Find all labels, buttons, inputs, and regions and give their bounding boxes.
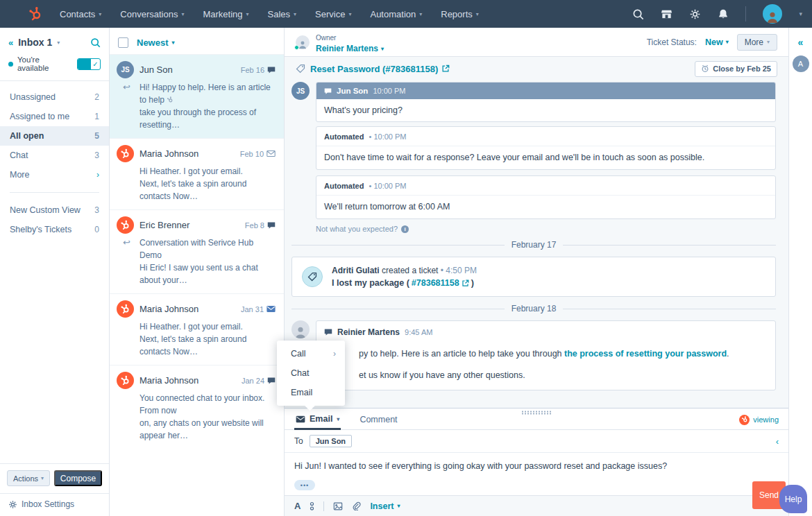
sidebar-item-more[interactable]: More› (0, 165, 109, 184)
chevron-down-icon[interactable]: ▾ (799, 10, 802, 17)
feedback-prompt[interactable]: Not what you expected? i (316, 225, 776, 233)
message-text: et us know if you have any other questio… (359, 370, 525, 380)
tab-email-label: Email (310, 414, 332, 424)
ticket-icon (302, 266, 323, 287)
compose-button[interactable]: Compose (54, 470, 102, 486)
info-icon[interactable]: i (401, 225, 409, 233)
menu-item-chat[interactable]: Chat (277, 363, 345, 383)
chevron-down-icon: ▾ (419, 11, 422, 17)
email-body-input[interactable]: Hi Jun! I wanted to see if everything is… (285, 453, 788, 471)
actions-button[interactable]: Actions▾ (7, 470, 50, 486)
sidebar-item-unassigned[interactable]: Unassigned2 (0, 87, 109, 107)
sidebar-item-new-custom-view[interactable]: New Custom View3 (0, 200, 109, 220)
nav-service-label: Service (315, 9, 345, 19)
hubspot-avatar (117, 300, 134, 318)
message-visitor: JS Jun Son 10:00 PM What's your pricing? (291, 82, 776, 122)
availability-toggle[interactable]: ✓ (77, 58, 101, 70)
chat-bubble-icon (267, 377, 276, 385)
resize-handle[interactable] (521, 411, 552, 415)
event-action: created a ticket (382, 266, 438, 275)
message-time: • 10:00 PM (369, 182, 407, 190)
select-all-checkbox[interactable] (118, 37, 128, 48)
date-divider-label: February 18 (511, 304, 557, 313)
user-avatar[interactable] (763, 4, 782, 24)
conversation-item-eric-brenner[interactable]: Eric Brenner Feb 8 ↩ Conversation with S… (110, 209, 284, 293)
ticket-status-dropdown[interactable]: New▾ (705, 37, 729, 47)
inbox-title[interactable]: Inbox 1 (18, 37, 52, 48)
contact-name: Maria Johnson (139, 148, 198, 159)
menu-item-email[interactable]: Email (277, 383, 345, 402)
message-body: We'll return tomorrow at 6:00 AM (316, 196, 775, 218)
conversation-item-jun-son[interactable]: JS Jun Son Feb 16 ↩ Hi! Happy to help. H… (110, 54, 284, 138)
article-link[interactable]: the process of resetting your password (564, 349, 727, 359)
sidebar-item-shelbys-tickets[interactable]: Shelby's Tickets0 (0, 220, 109, 239)
divider (10, 192, 99, 193)
settings-icon[interactable] (689, 8, 701, 20)
thread-header: Owner Reinier Martens▾ Ticket Status: Ne… (285, 28, 788, 57)
insert-dropdown[interactable]: Insert▾ (370, 501, 400, 511)
sidebar-item-count: 3 (94, 150, 99, 160)
external-link-icon[interactable] (441, 64, 450, 73)
message-agent: Reinier Martens 9:45 AM py to help. Here… (291, 320, 776, 390)
marketplace-icon[interactable] (661, 8, 673, 20)
attachment-icon[interactable] (352, 501, 361, 510)
more-button[interactable]: More▾ (737, 34, 777, 51)
text-format-icon[interactable]: A (294, 501, 301, 511)
conversation-item-maria-johnson-3[interactable]: Maria Johnson Jan 24 You connected chat … (110, 365, 284, 449)
nav-sales[interactable]: Sales▾ (268, 9, 297, 19)
ticket-title-link[interactable]: Reset Password (#783681158) (310, 64, 438, 74)
search-icon[interactable] (632, 8, 644, 20)
message-text: py to help. Here is an article to help t… (359, 349, 564, 359)
nav-conversations[interactable]: Conversations▾ (120, 9, 184, 19)
owner-dropdown[interactable]: Reinier Martens▾ (316, 44, 384, 54)
expand-trimmed-content-button[interactable]: ••• (294, 480, 315, 490)
sidebar-item-label: New Custom View (10, 205, 81, 215)
recipient-row: To Jun Son ‹ (285, 430, 788, 453)
help-button[interactable]: Help (779, 485, 807, 513)
sort-dropdown[interactable]: Newest▾ (137, 37, 175, 48)
sender-name: Automated (324, 182, 364, 190)
collapse-sidebar-icon[interactable]: « (8, 37, 13, 48)
chevron-left-icon[interactable]: ‹ (776, 436, 779, 447)
personalize-icon[interactable] (310, 501, 314, 511)
notifications-icon[interactable] (718, 8, 729, 19)
conversation-item-maria-johnson-1[interactable]: Maria Johnson Feb 10 Hi Heather. I got y… (110, 138, 284, 209)
nav-contacts[interactable]: Contacts▾ (60, 9, 101, 19)
menu-item-call[interactable]: Call› (277, 344, 345, 363)
preview-line: Next, let's take a spin around contacts … (139, 334, 246, 356)
hubspot-logo-icon[interactable] (28, 6, 43, 22)
chevron-down-icon: ▾ (246, 11, 249, 17)
close-by-button[interactable]: Close by Feb 25 (695, 61, 777, 77)
external-link-icon[interactable] (462, 280, 469, 287)
gear-icon (8, 500, 17, 509)
search-icon[interactable] (90, 37, 101, 48)
nav-service[interactable]: Service▾ (315, 9, 351, 19)
avatar[interactable]: A (793, 55, 809, 72)
chevron-down-icon: ▾ (381, 46, 384, 53)
sidebar-item-chat[interactable]: Chat3 (0, 146, 109, 165)
chevron-down-icon[interactable]: ▾ (57, 40, 60, 46)
sender-name: Reinier Martens (337, 327, 400, 337)
nav-marketing[interactable]: Marketing▾ (203, 9, 248, 19)
nav-reports[interactable]: Reports▾ (441, 9, 479, 19)
chevron-down-icon: ▾ (172, 40, 175, 46)
nav-automation[interactable]: Automation▾ (370, 9, 422, 19)
alarm-clock-icon (701, 64, 709, 73)
ticket-number-link[interactable]: #783681158 (412, 278, 459, 288)
chat-bubble-icon (267, 221, 276, 230)
event-ticket-title: I lost my package ( (332, 278, 409, 288)
inbox-settings-link[interactable]: Inbox Settings (0, 493, 109, 516)
nav-automation-label: Automation (370, 9, 416, 19)
recipient-chip[interactable]: Jun Son (310, 435, 352, 447)
sidebar-item-assigned-to-me[interactable]: Assigned to me1 (0, 107, 109, 126)
insert-image-icon[interactable] (333, 501, 343, 511)
message-header: Reinier Martens 9:45 AM (316, 321, 775, 337)
sidebar-item-all-open[interactable]: All open5 (0, 126, 109, 146)
tab-comment[interactable]: Comment (360, 410, 397, 429)
conversation-date: Jan 31 (241, 305, 264, 313)
conversation-item-maria-johnson-2[interactable]: Maria Johnson Jan 31 Hi Heather. I got y… (110, 293, 284, 365)
tab-email[interactable]: Email ▾ (294, 410, 341, 430)
expand-panel-icon[interactable]: « (798, 37, 804, 48)
chevron-right-icon: › (96, 170, 99, 180)
available-dot-icon (8, 62, 13, 67)
